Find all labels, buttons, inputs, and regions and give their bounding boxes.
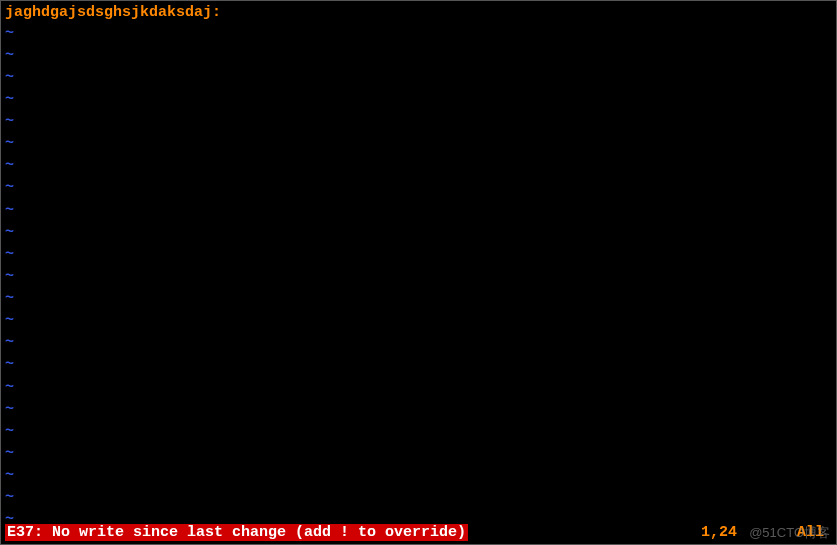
empty-line-marker: ~	[5, 23, 832, 45]
empty-line-marker: ~	[5, 399, 832, 421]
empty-line-marker: ~	[5, 155, 832, 177]
empty-line-marker: ~	[5, 354, 832, 376]
buffer-line[interactable]: jaghdgajsdsghsjkdaksdaj:	[5, 3, 832, 23]
vim-editor[interactable]: jaghdgajsdsghsjkdaksdaj: ~~~~~~~~~~~~~~~…	[1, 1, 836, 544]
empty-line-marker: ~	[5, 67, 832, 89]
empty-line-marker: ~	[5, 244, 832, 266]
status-line: E37: No write since last change (add ! t…	[5, 523, 832, 542]
file-position: All	[797, 524, 832, 541]
empty-line-marker: ~	[5, 310, 832, 332]
empty-line-marker: ~	[5, 443, 832, 465]
empty-line-marker: ~	[5, 177, 832, 199]
empty-lines: ~~~~~~~~~~~~~~~~~~~~~~~~	[5, 23, 832, 524]
empty-line-marker: ~	[5, 377, 832, 399]
empty-line-marker: ~	[5, 465, 832, 487]
empty-line-marker: ~	[5, 133, 832, 155]
empty-line-marker: ~	[5, 487, 832, 509]
text-buffer[interactable]: jaghdgajsdsghsjkdaksdaj: ~~~~~~~~~~~~~~~…	[5, 3, 832, 523]
empty-line-marker: ~	[5, 200, 832, 222]
empty-line-marker: ~	[5, 45, 832, 67]
cursor-position: 1,24	[701, 524, 797, 541]
empty-line-marker: ~	[5, 266, 832, 288]
empty-line-marker: ~	[5, 111, 832, 133]
empty-line-marker: ~	[5, 222, 832, 244]
empty-line-marker: ~	[5, 288, 832, 310]
empty-line-marker: ~	[5, 89, 832, 111]
error-message: E37: No write since last change (add ! t…	[5, 524, 468, 541]
empty-line-marker: ~	[5, 421, 832, 443]
empty-line-marker: ~	[5, 332, 832, 354]
empty-line-marker: ~	[5, 509, 832, 523]
